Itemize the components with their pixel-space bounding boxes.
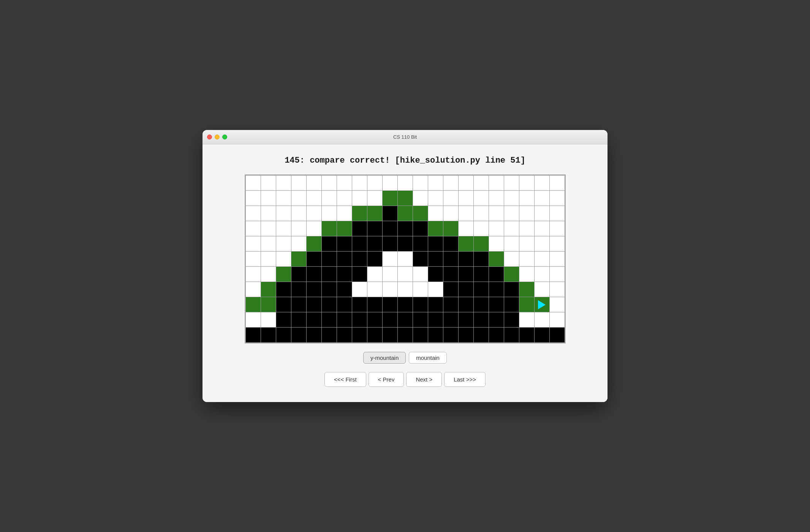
grid-cell [337, 312, 352, 328]
grid-cell [322, 282, 337, 297]
grid-cell [459, 282, 474, 297]
grid-cell [413, 252, 428, 267]
grid-cell [276, 206, 291, 221]
tag-button[interactable]: y-mountain [363, 352, 406, 364]
grid-cell [307, 191, 322, 206]
grid-cell [367, 176, 383, 191]
navigation-buttons: <<< First < Prev Next > Last >>> [324, 372, 486, 387]
grid-cell [367, 206, 383, 221]
grid-cell [550, 221, 565, 236]
grid-cell [474, 328, 489, 343]
grid-cell [261, 312, 276, 328]
grid-cell [246, 297, 261, 312]
tag-button[interactable]: mountain [409, 352, 447, 364]
grid-cell [398, 236, 413, 252]
grid-cell [322, 328, 337, 343]
grid-cell [352, 191, 367, 206]
grid-cell [291, 221, 307, 236]
grid-cell [307, 312, 322, 328]
maximize-button[interactable] [222, 135, 227, 139]
grid-cell [428, 282, 443, 297]
grid-cell [459, 221, 474, 236]
grid-cell [519, 191, 535, 206]
grid-cell [383, 236, 398, 252]
grid-cell [246, 221, 261, 236]
grid-cell [367, 267, 383, 282]
first-button[interactable]: <<< First [324, 372, 366, 387]
grid-cell [459, 191, 474, 206]
grid-cell [307, 267, 322, 282]
grid-cell [261, 221, 276, 236]
grid-cell [398, 297, 413, 312]
grid-cell [443, 176, 459, 191]
grid-cell [291, 328, 307, 343]
grid-cell [413, 176, 428, 191]
grid-cell [367, 282, 383, 297]
grid-cell [261, 176, 276, 191]
grid-cell [535, 221, 550, 236]
grid-cell [519, 206, 535, 221]
grid-cell [550, 206, 565, 221]
grid-cell[interactable] [535, 297, 550, 312]
grid-cell [261, 206, 276, 221]
grid-cell [519, 252, 535, 267]
prev-button[interactable]: < Prev [369, 372, 404, 387]
grid-cell [291, 191, 307, 206]
grid-cell [398, 282, 413, 297]
grid-cell [535, 236, 550, 252]
grid-cell [474, 312, 489, 328]
grid-cell [504, 312, 519, 328]
grid-cell [337, 328, 352, 343]
grid-cell [398, 267, 413, 282]
minimize-button[interactable] [215, 135, 220, 139]
grid-cell [367, 221, 383, 236]
next-button[interactable]: Next > [406, 372, 442, 387]
grid-cell [459, 267, 474, 282]
grid-cell [489, 282, 504, 297]
grid-cell [383, 176, 398, 191]
grid-cell [367, 297, 383, 312]
grid-cell [459, 252, 474, 267]
grid-cell [383, 221, 398, 236]
grid-cell [276, 312, 291, 328]
grid-cell [307, 176, 322, 191]
grid-cell [413, 236, 428, 252]
last-button[interactable]: Last >>> [444, 372, 486, 387]
grid-cell [276, 191, 291, 206]
grid-cell [337, 282, 352, 297]
grid-cell [398, 312, 413, 328]
grid-cell [550, 252, 565, 267]
grid-cell [383, 328, 398, 343]
grid-cell [337, 206, 352, 221]
grid-cell [383, 252, 398, 267]
grid-cell [322, 267, 337, 282]
grid-cell [443, 221, 459, 236]
grid-cell [443, 236, 459, 252]
grid-cell [413, 297, 428, 312]
grid-cell [291, 176, 307, 191]
grid-cell [504, 221, 519, 236]
grid-cell [291, 236, 307, 252]
grid-cell [519, 176, 535, 191]
grid-cell [383, 297, 398, 312]
grid-cell [428, 252, 443, 267]
grid-cell [367, 312, 383, 328]
grid-cell [443, 282, 459, 297]
grid-cell [383, 312, 398, 328]
grid-cell [367, 236, 383, 252]
grid-cell [352, 328, 367, 343]
grid-cell [398, 252, 413, 267]
grid-cell [489, 297, 504, 312]
close-button[interactable] [207, 135, 212, 139]
grid-cell [504, 176, 519, 191]
grid-cell [337, 267, 352, 282]
grid-cell [337, 221, 352, 236]
grid-cell [352, 312, 367, 328]
grid-cell [428, 176, 443, 191]
tags-row: y-mountainmountain [363, 352, 447, 364]
grid-cell [550, 282, 565, 297]
grid-cell [276, 267, 291, 282]
grid-cell [261, 236, 276, 252]
grid-cell [246, 252, 261, 267]
grid-cell [459, 312, 474, 328]
